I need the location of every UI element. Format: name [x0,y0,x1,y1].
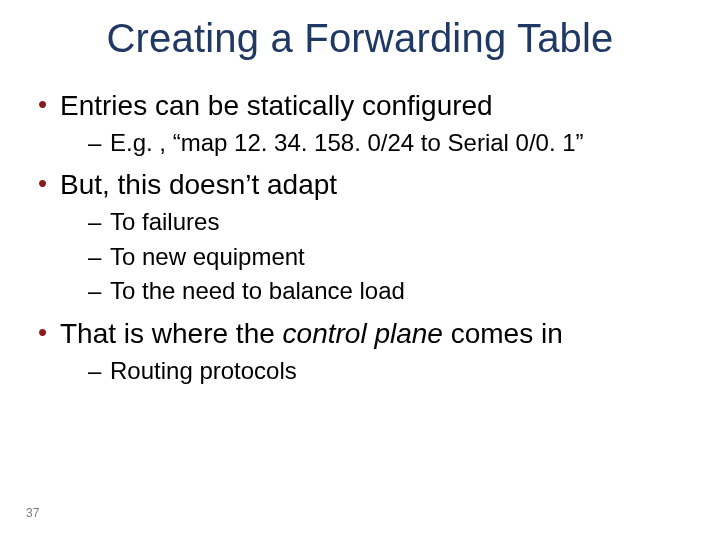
sub-bullet-list: Routing protocols [60,355,690,387]
slide-body: Entries can be statically configured E.g… [34,88,690,395]
bullet-list: Entries can be statically configured E.g… [34,88,690,387]
slide: Creating a Forwarding Table Entries can … [0,0,720,540]
bullet-text-post: comes in [443,318,563,349]
sub-bullet-item: To the need to balance load [88,275,690,307]
bullet-text-em: control plane [283,318,443,349]
sub-bullet-text: E.g. , “map 12. 34. 158. 0/24 to Serial … [110,129,584,156]
bullet-text: Entries can be statically configured [60,90,493,121]
sub-bullet-text: To new equipment [110,243,305,270]
bullet-item: That is where the control plane comes in… [34,316,690,387]
bullet-text: But, this doesn’t adapt [60,169,337,200]
sub-bullet-item: To new equipment [88,241,690,273]
sub-bullet-item: E.g. , “map 12. 34. 158. 0/24 to Serial … [88,127,690,159]
bullet-item: Entries can be statically configured E.g… [34,88,690,159]
bullet-text-pre: That is where the [60,318,283,349]
sub-bullet-list: To failures To new equipment To the need… [60,206,690,307]
sub-bullet-list: E.g. , “map 12. 34. 158. 0/24 to Serial … [60,127,690,159]
sub-bullet-item: Routing protocols [88,355,690,387]
sub-bullet-text: To failures [110,208,219,235]
slide-title: Creating a Forwarding Table [0,16,720,61]
sub-bullet-item: To failures [88,206,690,238]
sub-bullet-text: Routing protocols [110,357,297,384]
page-number: 37 [26,506,39,520]
sub-bullet-text: To the need to balance load [110,277,405,304]
bullet-item: But, this doesn’t adapt To failures To n… [34,167,690,307]
